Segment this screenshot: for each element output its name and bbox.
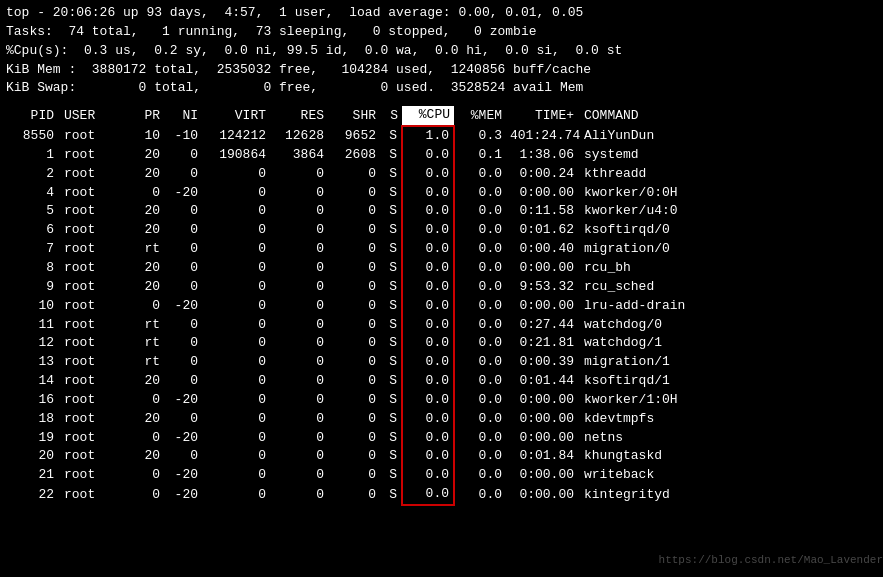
cell-user: root — [58, 334, 126, 353]
cell-ni: 0 — [164, 410, 202, 429]
cell-shr: 0 — [328, 297, 380, 316]
cell-command: ksoftirqd/0 — [578, 221, 877, 240]
cell-virt: 0 — [202, 391, 270, 410]
cell-command: ksoftirqd/1 — [578, 372, 877, 391]
col-header-res: RES — [270, 106, 328, 126]
cell-ni: 0 — [164, 316, 202, 335]
cell-res: 0 — [270, 184, 328, 203]
terminal: top - 20:06:26 up 93 days, 4:57, 1 user,… — [0, 0, 883, 577]
cell-s: S — [380, 353, 402, 372]
cell-mem: 0.0 — [454, 353, 506, 372]
cell-res: 0 — [270, 240, 328, 259]
cell-cpu: 0.0 — [402, 334, 454, 353]
cell-ni: 0 — [164, 372, 202, 391]
col-header-pid: PID — [6, 106, 58, 126]
header-line-4: KiB Mem : 3880172 total, 2535032 free, 1… — [6, 61, 877, 80]
cell-s: S — [380, 165, 402, 184]
cell-cpu: 0.0 — [402, 221, 454, 240]
cell-shr: 0 — [328, 240, 380, 259]
col-header-mem: %MEM — [454, 106, 506, 126]
cell-pid: 8550 — [6, 126, 58, 146]
cell-virt: 0 — [202, 259, 270, 278]
cell-pr: 20 — [126, 372, 164, 391]
cell-mem: 0.0 — [454, 184, 506, 203]
cell-pr: 0 — [126, 429, 164, 448]
cell-pr: rt — [126, 240, 164, 259]
cell-command: lru-add-drain — [578, 297, 877, 316]
cell-virt: 0 — [202, 334, 270, 353]
cell-command: kdevtmpfs — [578, 410, 877, 429]
cell-pr: rt — [126, 353, 164, 372]
cell-s: S — [380, 372, 402, 391]
cell-time: 0:00.00 — [506, 410, 578, 429]
cell-command: migration/1 — [578, 353, 877, 372]
cell-virt: 0 — [202, 429, 270, 448]
cell-user: root — [58, 240, 126, 259]
cell-mem: 0.0 — [454, 485, 506, 505]
cell-time: 0:00.00 — [506, 429, 578, 448]
cell-pr: 20 — [126, 447, 164, 466]
table-row: 12 root rt 0 0 0 0 S 0.0 0.0 0:21.81 wat… — [6, 334, 877, 353]
cell-virt: 0 — [202, 410, 270, 429]
cell-command: khungtaskd — [578, 447, 877, 466]
cell-res: 0 — [270, 278, 328, 297]
cell-virt: 0 — [202, 485, 270, 505]
cell-time: 0:00.00 — [506, 297, 578, 316]
cell-ni: -20 — [164, 184, 202, 203]
cell-command: writeback — [578, 466, 877, 485]
cell-cpu: 0.0 — [402, 240, 454, 259]
table-row: 2 root 20 0 0 0 0 S 0.0 0.0 0:00.24 kthr… — [6, 165, 877, 184]
cell-pr: rt — [126, 334, 164, 353]
cell-s: S — [380, 410, 402, 429]
cell-mem: 0.0 — [454, 316, 506, 335]
cell-s: S — [380, 391, 402, 410]
cell-res: 0 — [270, 353, 328, 372]
cell-time: 0:00.00 — [506, 466, 578, 485]
cell-mem: 0.0 — [454, 259, 506, 278]
cell-time: 0:00.00 — [506, 259, 578, 278]
cell-cpu: 0.0 — [402, 447, 454, 466]
cell-pr: rt — [126, 316, 164, 335]
cell-virt: 124212 — [202, 126, 270, 146]
cell-s: S — [380, 240, 402, 259]
cell-s: S — [380, 447, 402, 466]
cell-command: kthreadd — [578, 165, 877, 184]
cell-res: 0 — [270, 372, 328, 391]
cell-virt: 190864 — [202, 146, 270, 165]
cell-shr: 0 — [328, 165, 380, 184]
cell-user: root — [58, 146, 126, 165]
cell-user: root — [58, 221, 126, 240]
cell-pid: 21 — [6, 466, 58, 485]
cell-s: S — [380, 146, 402, 165]
header-line-2: Tasks: 74 total, 1 running, 73 sleeping,… — [6, 23, 877, 42]
cell-virt: 0 — [202, 297, 270, 316]
cell-shr: 0 — [328, 466, 380, 485]
cell-shr: 0 — [328, 391, 380, 410]
cell-mem: 0.0 — [454, 447, 506, 466]
cell-pr: 10 — [126, 126, 164, 146]
cell-s: S — [380, 259, 402, 278]
cell-cpu: 0.0 — [402, 184, 454, 203]
cell-command: rcu_sched — [578, 278, 877, 297]
table-row: 8550 root 10 -10 124212 12628 9652 S 1.0… — [6, 126, 877, 146]
col-header-pr: PR — [126, 106, 164, 126]
cell-shr: 0 — [328, 447, 380, 466]
table-row: 20 root 20 0 0 0 0 S 0.0 0.0 0:01.84 khu… — [6, 447, 877, 466]
cell-user: root — [58, 485, 126, 505]
cell-pid: 13 — [6, 353, 58, 372]
cell-cpu: 0.0 — [402, 278, 454, 297]
cell-ni: 0 — [164, 221, 202, 240]
cell-pid: 1 — [6, 146, 58, 165]
table-row: 7 root rt 0 0 0 0 S 0.0 0.0 0:00.40 migr… — [6, 240, 877, 259]
cell-res: 3864 — [270, 146, 328, 165]
cell-virt: 0 — [202, 221, 270, 240]
cell-ni: -20 — [164, 429, 202, 448]
cell-cpu: 0.0 — [402, 146, 454, 165]
cell-shr: 0 — [328, 410, 380, 429]
cell-time: 0:00.00 — [506, 391, 578, 410]
table-row: 1 root 20 0 190864 3864 2608 S 0.0 0.1 1… — [6, 146, 877, 165]
cell-command: watchdog/0 — [578, 316, 877, 335]
cell-shr: 0 — [328, 334, 380, 353]
cell-pr: 20 — [126, 410, 164, 429]
cell-pid: 18 — [6, 410, 58, 429]
